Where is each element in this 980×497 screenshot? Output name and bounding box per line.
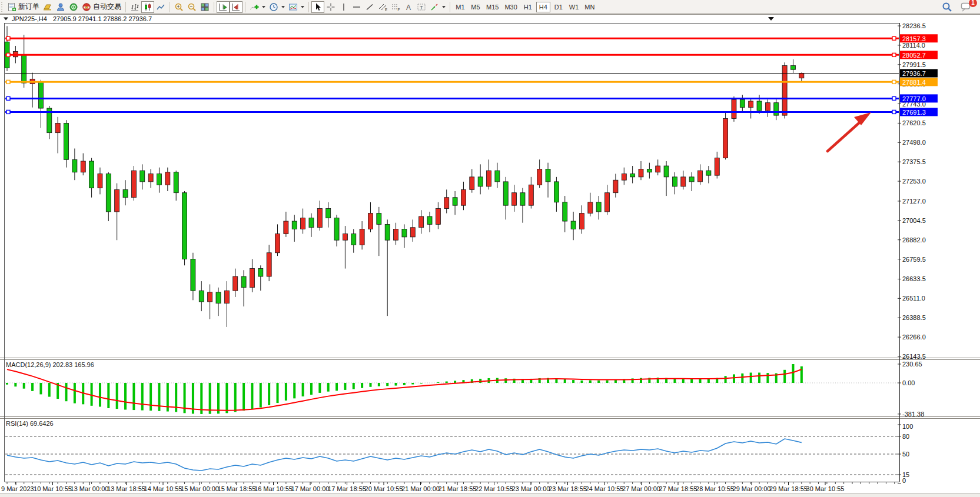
auto-scroll-button[interactable] <box>217 1 230 13</box>
candle-body <box>664 166 669 177</box>
market-watch-button[interactable] <box>41 1 54 13</box>
level-anchor-handle[interactable] <box>6 80 10 84</box>
community-button[interactable] <box>54 1 67 13</box>
cursor-tool-button[interactable] <box>311 1 324 13</box>
candle-body <box>647 169 652 172</box>
chart-canvas: 28236.528114.027991.527869.027743.027620… <box>0 15 980 497</box>
broadcast-icon <box>69 2 78 12</box>
price-tick-label: 26266.0 <box>902 333 926 341</box>
candle-body <box>157 174 161 185</box>
indicators-button[interactable] <box>248 1 267 13</box>
vertical-line-tool-button[interactable] <box>337 1 350 13</box>
macd-signal-line <box>7 369 802 411</box>
toolbar-grip[interactable] <box>1 2 4 12</box>
candlestick-chart-button[interactable] <box>141 1 154 13</box>
arrow-annotation[interactable] <box>828 121 862 151</box>
candle-body <box>22 55 26 83</box>
candle-body <box>216 292 221 303</box>
price-tick-label: 28114.0 <box>902 42 925 49</box>
periods-button[interactable] <box>267 1 287 13</box>
timeframe-H1[interactable]: H1 <box>521 2 535 12</box>
clock-icon <box>269 2 278 12</box>
candle-body <box>140 171 145 182</box>
panel-splitter[interactable] <box>0 416 980 419</box>
chart-titlebar[interactable]: JPN225-,H4 27905.9 27941.1 27886.2 27936… <box>0 15 980 23</box>
candle-body <box>191 259 195 291</box>
time-label: 16 Mar 10:55 <box>254 485 293 492</box>
main-toolbar: 新订单 自动交易 <box>0 0 980 14</box>
price-level-badge <box>900 78 938 86</box>
timeframe-M30[interactable]: M30 <box>502 2 519 12</box>
gold-ingot-icon <box>43 2 52 12</box>
search-button[interactable] <box>940 1 954 13</box>
candle-body <box>199 291 204 302</box>
timeframe-H4[interactable]: H4 <box>536 2 550 12</box>
svg-text:E: E <box>385 7 387 11</box>
timeframe-M1[interactable]: M1 <box>453 2 467 12</box>
time-label: 20 Mar 10:55 <box>365 485 403 492</box>
timeframe-MN[interactable]: MN <box>582 2 597 12</box>
candle-body <box>292 221 297 229</box>
crosshair-tool-button[interactable] <box>324 1 337 13</box>
price-tick-label: 27498.0 <box>902 139 926 146</box>
text-label-tool-button[interactable]: T <box>415 1 428 13</box>
price-tick-label: 27004.5 <box>902 217 926 224</box>
trendline-tool-button[interactable] <box>363 1 376 13</box>
svg-text:F: F <box>398 7 400 11</box>
time-label: 21 Mar 18:55 <box>438 485 477 492</box>
level-anchor-handle[interactable] <box>892 110 896 114</box>
new-order-button[interactable]: 新订单 <box>5 1 41 13</box>
candle-body <box>30 79 35 84</box>
level-anchor-handle[interactable] <box>892 53 896 56</box>
templates-button[interactable] <box>287 1 306 13</box>
panel-splitter[interactable] <box>0 358 980 360</box>
candle-body <box>98 174 102 188</box>
candle-body <box>275 234 280 253</box>
candle-body <box>774 103 779 115</box>
channel-tool-button[interactable]: E <box>376 1 389 13</box>
arrows-tool-button[interactable] <box>428 1 447 13</box>
candle-body <box>698 171 703 182</box>
autotrading-label: 自动交易 <box>93 2 121 12</box>
candle-body <box>309 218 314 228</box>
candle-body <box>72 159 77 172</box>
candle-body <box>436 209 440 225</box>
candle-body <box>182 193 187 259</box>
timeframe-M15[interactable]: M15 <box>484 2 501 12</box>
level-anchor-handle[interactable] <box>6 36 10 40</box>
chart-shift-button[interactable] <box>230 1 242 13</box>
zoom-out-button[interactable] <box>185 1 198 13</box>
time-label: 15 Mar 00:00 <box>181 485 219 492</box>
fibonacci-tool-button[interactable]: F <box>389 1 402 13</box>
new-order-label: 新订单 <box>18 2 39 12</box>
level-anchor-handle[interactable] <box>892 96 896 100</box>
time-label: 23 Mar 18:55 <box>549 485 587 492</box>
arrow-annotation-head[interactable] <box>854 112 871 125</box>
trendline-icon <box>365 2 374 12</box>
candle-body <box>732 99 736 118</box>
level-anchor-handle[interactable] <box>6 53 10 56</box>
price-level-badge <box>900 51 938 59</box>
level-anchor-handle[interactable] <box>892 36 896 40</box>
timeframe-D1[interactable]: D1 <box>552 2 566 12</box>
level-anchor-handle[interactable] <box>6 96 10 100</box>
chat-button[interactable]: 1 <box>959 1 974 13</box>
bar-chart-button[interactable] <box>128 1 141 13</box>
candle-body <box>639 169 643 176</box>
time-label: 28 Mar 10:55 <box>696 485 734 492</box>
candle-body <box>537 169 542 185</box>
horizontal-line-tool-button[interactable] <box>350 1 363 13</box>
autotrading-button[interactable]: 自动交易 <box>80 1 123 13</box>
news-button[interactable] <box>67 1 80 13</box>
level-anchor-handle[interactable] <box>892 80 896 84</box>
timeframe-M5[interactable]: M5 <box>469 2 483 12</box>
candle-body <box>131 171 136 198</box>
text-tool-button[interactable]: A <box>402 1 415 13</box>
timeframe-W1[interactable]: W1 <box>567 2 582 12</box>
candle-body <box>38 81 43 108</box>
zoom-in-button[interactable] <box>172 1 185 13</box>
tile-windows-button[interactable] <box>198 1 211 13</box>
line-chart-button[interactable] <box>154 1 167 13</box>
candle-body <box>165 172 170 185</box>
level-anchor-handle[interactable] <box>6 110 10 114</box>
